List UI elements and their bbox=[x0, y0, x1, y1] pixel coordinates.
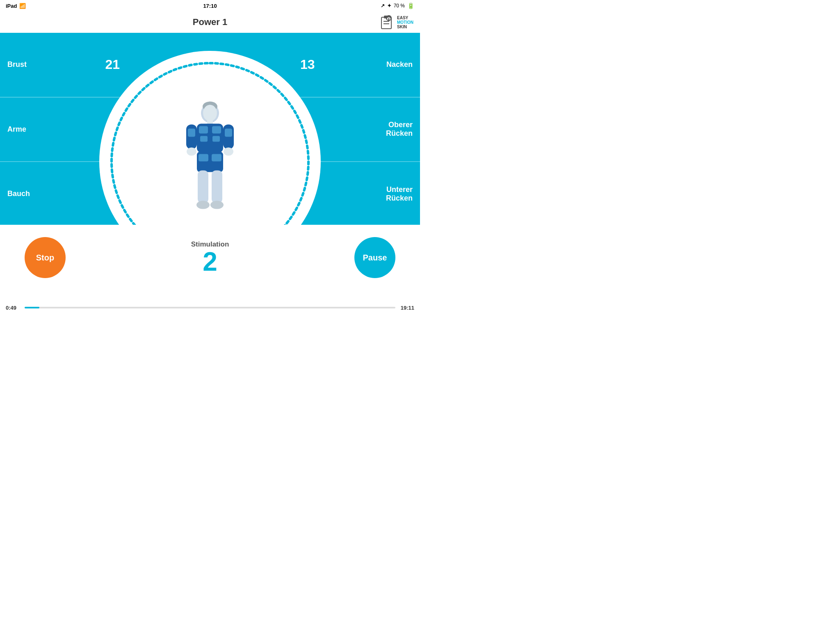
status-time: 17:10 bbox=[203, 3, 217, 9]
svg-rect-26 bbox=[198, 171, 208, 203]
minus-button[interactable]: − bbox=[82, 134, 95, 156]
stop-button[interactable]: Stop bbox=[25, 237, 66, 278]
svg-rect-19 bbox=[188, 129, 195, 137]
svg-rect-6 bbox=[389, 18, 390, 20]
svg-rect-13 bbox=[199, 126, 208, 134]
page-title: Power 1 bbox=[193, 17, 227, 27]
time-current: 0:49 bbox=[6, 305, 21, 311]
time-total: 19:11 bbox=[399, 305, 414, 311]
progress-bar-area: 0:49 19:11 bbox=[0, 300, 420, 315]
svg-point-4 bbox=[386, 15, 392, 21]
status-right: ↗ ✦ 70 % 🔋 bbox=[381, 2, 414, 9]
header: Power 1 EASY MOTION SKIN bbox=[0, 11, 420, 33]
stimulation-info: Stimulation 2 bbox=[191, 240, 229, 275]
svg-point-22 bbox=[224, 148, 233, 156]
bluetooth-icon: ✦ bbox=[387, 3, 391, 9]
svg-rect-20 bbox=[225, 129, 232, 137]
svg-point-10 bbox=[203, 105, 217, 121]
muscle-label: Arme bbox=[7, 125, 26, 134]
brand-logo: EASY MOTION SKIN bbox=[397, 16, 413, 29]
svg-rect-16 bbox=[212, 136, 220, 142]
progress-fill bbox=[25, 307, 39, 308]
plus-button[interactable]: + bbox=[325, 134, 338, 156]
svg-rect-5 bbox=[387, 18, 388, 20]
left-muscle-row[interactable]: Brust 21 bbox=[0, 33, 127, 98]
status-bar: iPad 📶 17:10 ↗ ✦ 70 % 🔋 bbox=[0, 0, 420, 11]
svg-rect-24 bbox=[199, 154, 208, 162]
wifi-icon: 📶 bbox=[19, 3, 26, 9]
svg-rect-14 bbox=[212, 126, 221, 134]
human-figure bbox=[181, 101, 239, 216]
device-label: iPad bbox=[6, 3, 17, 9]
clipboard-icon[interactable] bbox=[380, 15, 393, 30]
svg-point-29 bbox=[210, 201, 224, 209]
bottom-controls: Stop Stimulation 2 Pause bbox=[0, 225, 420, 290]
muscle-value: 13 bbox=[300, 57, 315, 72]
location-icon: ↗ bbox=[381, 3, 385, 9]
muscle-value: 21 bbox=[105, 57, 120, 72]
muscle-label: Bauch bbox=[7, 189, 30, 198]
svg-point-21 bbox=[187, 148, 196, 156]
main-area: Brust 21 Arme 21 Bauch 21 Beine 25 13 Na… bbox=[0, 33, 420, 290]
stimulation-value: 2 bbox=[191, 249, 229, 275]
status-left: iPad 📶 bbox=[6, 3, 26, 9]
muscle-label: ObererRücken bbox=[386, 121, 413, 138]
battery-icon: 🔋 bbox=[407, 2, 414, 9]
muscle-label: UntererRücken bbox=[386, 185, 413, 203]
battery-text: 70 % bbox=[394, 3, 405, 9]
pause-button[interactable]: Pause bbox=[354, 237, 395, 278]
svg-rect-15 bbox=[200, 136, 208, 142]
muscle-label: Nacken bbox=[386, 60, 413, 69]
right-muscle-row[interactable]: 13 Nacken bbox=[293, 33, 420, 98]
header-icons: EASY MOTION SKIN bbox=[380, 15, 413, 30]
progress-track[interactable] bbox=[25, 307, 395, 308]
svg-rect-25 bbox=[212, 154, 221, 162]
svg-point-28 bbox=[196, 201, 210, 209]
muscle-label: Brust bbox=[7, 60, 27, 69]
svg-rect-27 bbox=[212, 171, 222, 203]
